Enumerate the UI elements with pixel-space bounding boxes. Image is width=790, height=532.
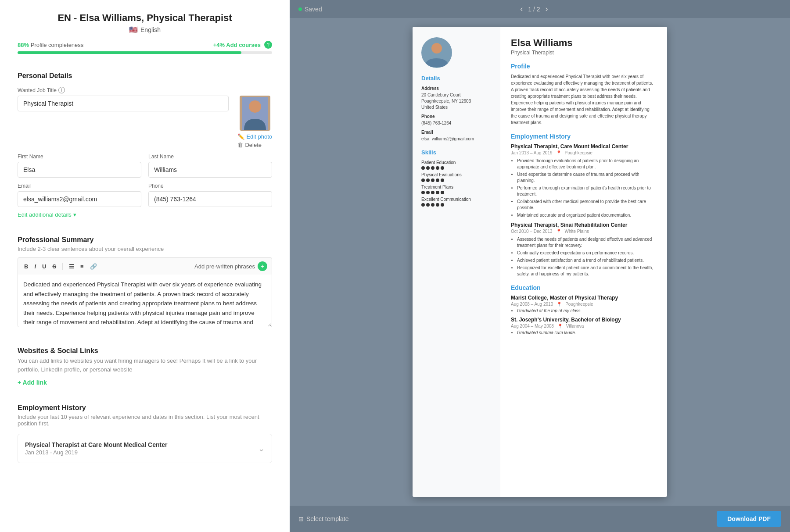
location-pin-icon: 📍 <box>556 229 561 234</box>
phone-label: Phone <box>148 183 272 189</box>
skill-name: Physical Evaluations <box>421 172 492 177</box>
svg-point-3 <box>431 43 442 54</box>
dot <box>436 191 439 194</box>
job-bullets-0: Provided thorough evaluations of patient… <box>511 158 657 218</box>
edit-photo-button[interactable]: ✏️ Edit photo <box>237 133 272 140</box>
websites-desc: You can add links to websites you want h… <box>18 357 272 374</box>
employment-item: Physical Therapist at Care Mount Medical… <box>18 434 272 463</box>
page-title: EN - Elsa Williams, Physical Therapist <box>9 12 281 24</box>
prev-page-button[interactable]: ‹ <box>520 4 523 14</box>
name-row: First Name Last Name <box>18 154 272 178</box>
summary-desc: Include 2-3 clear sentences about your o… <box>18 246 272 252</box>
add-courses-link[interactable]: +4% Add courses <box>213 42 261 48</box>
edu-bullets-0: Graduated at the top of my class. <box>511 308 657 313</box>
websites-section: Websites & Social Links You can add link… <box>0 338 290 395</box>
photo-area: ✏️ Edit photo 🗑 Delete <box>237 96 272 148</box>
select-template-button[interactable]: ⊞ Select template <box>298 515 349 522</box>
template-grid-icon: ⊞ <box>298 515 304 522</box>
last-name-input[interactable] <box>148 162 272 178</box>
delete-photo-button[interactable]: 🗑 Delete <box>237 142 272 148</box>
add-link-button[interactable]: + Add link <box>18 379 47 386</box>
dot <box>431 203 434 207</box>
resume-address-value: 20 Cantlebury CourtPoughkeepsie, NY 1260… <box>421 92 492 111</box>
resume-edu-1: St. Joseph's University, Bachelor of Bio… <box>511 317 657 335</box>
edu-bullets-1: Graduated summa cum laude. <box>511 330 657 335</box>
language-label: English <box>140 26 161 33</box>
link-button[interactable]: 🔗 <box>88 262 99 271</box>
progress-label-text: Profile completeness <box>31 42 84 48</box>
list-item: Graduated at the top of my class. <box>517 308 657 313</box>
strikethrough-button[interactable]: S <box>50 262 58 271</box>
job-location-0: Poughkeepsie <box>565 150 592 155</box>
list-item: Graduated summa cum laude. <box>517 330 657 335</box>
skill-physical-evaluations: Physical Evaluations <box>421 172 492 182</box>
preview-bottom-bar: ⊞ Select template Download PDF <box>290 506 790 532</box>
progress-fill <box>18 51 241 54</box>
progress-percent: 88% <box>18 42 29 48</box>
skill-excellent-communication: Excellent Communication <box>421 197 492 207</box>
dot <box>426 203 430 207</box>
photo-actions: ✏️ Edit photo 🗑 Delete <box>237 133 272 148</box>
underline-button[interactable]: U <box>40 262 48 271</box>
left-panel: EN - Elsa Williams, Physical Therapist 🇺… <box>0 0 290 532</box>
resume-skills-title: Skills <box>421 149 492 156</box>
skill-dots <box>421 191 492 194</box>
edu-period-0: Aug 2008 – Aug 2010 <box>511 302 553 307</box>
summary-title: Professional Summary <box>18 236 272 244</box>
photo-thumbnail <box>240 96 270 131</box>
svg-point-1 <box>249 100 261 113</box>
dot <box>431 179 434 182</box>
dot <box>421 166 425 170</box>
dot <box>436 166 439 170</box>
employment-desc: Include your last 10 years of relevant e… <box>18 414 272 427</box>
add-prewritten-button[interactable]: + <box>258 261 267 271</box>
left-header: EN - Elsa Williams, Physical Therapist 🇺… <box>0 0 290 41</box>
resume-education-title: Education <box>511 284 657 291</box>
personal-details-section: Personal Details Wanted Job Title i <box>0 63 290 227</box>
employment-title: Employment History <box>18 404 272 412</box>
dot <box>426 166 430 170</box>
summary-textarea[interactable]: Dedicated and experienced Physical Thera… <box>18 275 272 327</box>
location-pin-icon: 📍 <box>557 324 563 328</box>
skill-treatment-plans: Treatment Plans <box>421 185 492 194</box>
help-icon[interactable]: ? <box>264 41 272 49</box>
dot <box>421 179 425 182</box>
phone-input[interactable] <box>148 191 272 207</box>
email-input[interactable] <box>18 191 141 207</box>
wanted-job-title-input[interactable] <box>18 96 229 111</box>
page-nav: ‹ 1 / 2 › <box>520 4 548 14</box>
emp-item-chevron-icon[interactable]: ⌄ <box>258 444 265 453</box>
skill-name: Excellent Communication <box>421 197 492 202</box>
add-prewritten-label: Add pre-written phrases <box>194 263 255 270</box>
skill-name: Treatment Plans <box>421 185 492 189</box>
next-page-button[interactable]: › <box>545 4 548 14</box>
wanted-job-info-icon[interactable]: i <box>58 87 65 93</box>
ordered-list-button[interactable]: ≡ <box>79 262 86 271</box>
skill-patient-education: Patient Education <box>421 160 492 170</box>
resume-profile-text: Dedicated and experienced Physical Thera… <box>511 73 657 126</box>
bold-button[interactable]: B <box>22 262 30 271</box>
resume-email-label: Email <box>421 130 492 135</box>
resume-email-value: elsa_williams2@gmail.com <box>421 136 492 142</box>
edu-meta-1: Aug 2004 – May 2008 📍 Villanova <box>511 324 657 328</box>
resume-left-col: Details Address 20 Cantlebury CourtPough… <box>413 27 500 497</box>
edit-additional-link[interactable]: Edit additional details ▾ <box>18 211 272 218</box>
page-indicator: 1 / 2 <box>528 6 540 13</box>
progress-track <box>18 51 272 54</box>
list-item: Collaborated with other medical personne… <box>517 199 657 211</box>
list-button[interactable]: ☰ <box>67 262 76 271</box>
download-pdf-button[interactable]: Download PDF <box>717 511 781 527</box>
list-item: Provided thorough evaluations of patient… <box>517 158 657 170</box>
dot <box>441 179 444 182</box>
job-meta-1: Oct 2010 – Dec 2013 📍 White Plains <box>511 229 657 234</box>
emp-item-dates: Jan 2013 - Aug 2019 <box>25 449 167 456</box>
dot <box>426 179 430 182</box>
list-item: Continually exceeded expectations on per… <box>517 250 657 256</box>
personal-top-row: Wanted Job Title i ✏️ Edit photo <box>18 87 272 148</box>
italic-button[interactable]: I <box>32 262 38 271</box>
saved-dot-icon <box>298 7 302 11</box>
saved-badge: Saved <box>298 6 322 13</box>
list-item: Used expertise to determine cause of tra… <box>517 171 657 184</box>
first-name-input[interactable] <box>18 162 141 178</box>
edit-icon: ✏️ <box>237 133 244 140</box>
